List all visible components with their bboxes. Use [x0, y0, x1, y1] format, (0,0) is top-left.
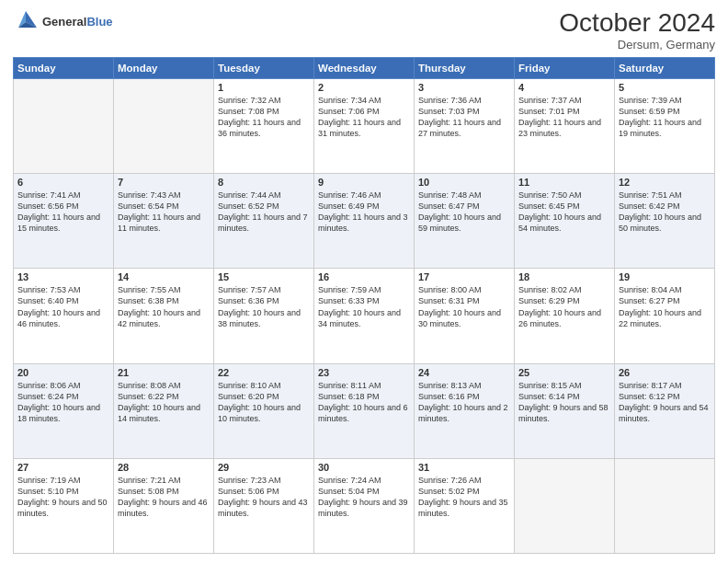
calendar-cell: 12Sunrise: 7:51 AMSunset: 6:42 PMDayligh… [615, 174, 715, 269]
cell-info: Sunrise: 8:04 AMSunset: 6:27 PMDaylight:… [619, 284, 711, 329]
cell-info: Sunrise: 7:41 AMSunset: 6:56 PMDaylight:… [17, 190, 109, 235]
day-number: 31 [418, 462, 510, 473]
cell-info: Sunrise: 7:34 AMSunset: 7:06 PMDaylight:… [318, 95, 410, 140]
day-number: 8 [218, 177, 310, 188]
cell-info: Sunrise: 7:26 AMSunset: 5:02 PMDaylight:… [418, 475, 510, 520]
calendar-cell: 19Sunrise: 8:04 AMSunset: 6:27 PMDayligh… [615, 269, 715, 363]
day-number: 22 [218, 367, 310, 378]
cell-info: Sunrise: 8:11 AMSunset: 6:18 PMDaylight:… [318, 380, 410, 425]
calendar-week-row: 13Sunrise: 7:53 AMSunset: 6:40 PMDayligh… [14, 269, 715, 363]
calendar-week-row: 20Sunrise: 8:06 AMSunset: 6:24 PMDayligh… [14, 363, 715, 458]
cell-info: Sunrise: 8:00 AMSunset: 6:31 PMDaylight:… [418, 284, 510, 329]
header: GeneralBlue October 2024 Dersum, Germany [13, 9, 715, 52]
calendar-cell: 17Sunrise: 8:00 AMSunset: 6:31 PMDayligh… [415, 269, 515, 363]
cell-info: Sunrise: 8:08 AMSunset: 6:22 PMDaylight:… [118, 380, 210, 425]
calendar-cell: 2Sunrise: 7:34 AMSunset: 7:06 PMDaylight… [314, 78, 415, 173]
day-number: 26 [619, 367, 711, 378]
calendar-cell: 9Sunrise: 7:46 AMSunset: 6:49 PMDaylight… [314, 174, 415, 269]
day-number: 13 [17, 271, 109, 282]
calendar-cell: 20Sunrise: 8:06 AMSunset: 6:24 PMDayligh… [14, 363, 114, 458]
day-number: 29 [218, 462, 310, 473]
calendar-week-row: 27Sunrise: 7:19 AMSunset: 5:10 PMDayligh… [14, 458, 715, 553]
calendar-cell: 5Sunrise: 7:39 AMSunset: 6:59 PMDaylight… [615, 78, 715, 173]
day-number: 14 [118, 271, 210, 282]
day-number: 23 [318, 367, 410, 378]
day-number: 5 [619, 82, 711, 93]
logo-text: GeneralBlue [42, 15, 113, 29]
calendar-cell: 29Sunrise: 7:23 AMSunset: 5:06 PMDayligh… [214, 458, 314, 553]
cell-info: Sunrise: 7:48 AMSunset: 6:47 PMDaylight:… [418, 190, 510, 235]
day-number: 1 [218, 82, 310, 93]
day-header-wednesday: Wednesday [314, 57, 415, 78]
day-number: 3 [418, 82, 510, 93]
calendar-header-row: SundayMondayTuesdayWednesdayThursdayFrid… [14, 57, 715, 78]
day-header-sunday: Sunday [14, 57, 114, 78]
day-number: 15 [218, 271, 310, 282]
calendar-cell: 6Sunrise: 7:41 AMSunset: 6:56 PMDaylight… [14, 174, 114, 269]
day-number: 17 [418, 271, 510, 282]
calendar-cell: 3Sunrise: 7:36 AMSunset: 7:03 PMDaylight… [415, 78, 515, 173]
cell-info: Sunrise: 7:53 AMSunset: 6:40 PMDaylight:… [17, 284, 109, 329]
day-number: 18 [518, 271, 610, 282]
day-number: 11 [518, 177, 610, 188]
day-number: 2 [318, 82, 410, 93]
calendar-cell: 27Sunrise: 7:19 AMSunset: 5:10 PMDayligh… [14, 458, 114, 553]
calendar-week-row: 6Sunrise: 7:41 AMSunset: 6:56 PMDaylight… [14, 174, 715, 269]
day-number: 24 [418, 367, 510, 378]
calendar-cell [515, 458, 615, 553]
calendar-cell: 13Sunrise: 7:53 AMSunset: 6:40 PMDayligh… [14, 269, 114, 363]
day-number: 10 [418, 177, 510, 188]
cell-info: Sunrise: 7:55 AMSunset: 6:38 PMDaylight:… [118, 284, 210, 329]
day-number: 19 [619, 271, 711, 282]
calendar-cell: 18Sunrise: 8:02 AMSunset: 6:29 PMDayligh… [515, 269, 615, 363]
calendar-cell: 23Sunrise: 8:11 AMSunset: 6:18 PMDayligh… [314, 363, 415, 458]
day-number: 28 [118, 462, 210, 473]
cell-info: Sunrise: 8:02 AMSunset: 6:29 PMDaylight:… [518, 284, 610, 329]
calendar: SundayMondayTuesdayWednesdayThursdayFrid… [13, 57, 715, 554]
cell-info: Sunrise: 8:17 AMSunset: 6:12 PMDaylight:… [619, 380, 711, 425]
day-number: 12 [619, 177, 711, 188]
cell-info: Sunrise: 7:44 AMSunset: 6:52 PMDaylight:… [218, 190, 310, 235]
calendar-cell: 24Sunrise: 8:13 AMSunset: 6:16 PMDayligh… [415, 363, 515, 458]
calendar-cell: 28Sunrise: 7:21 AMSunset: 5:08 PMDayligh… [114, 458, 214, 553]
day-number: 20 [17, 367, 109, 378]
day-number: 16 [318, 271, 410, 282]
cell-info: Sunrise: 7:36 AMSunset: 7:03 PMDaylight:… [418, 95, 510, 140]
calendar-cell: 14Sunrise: 7:55 AMSunset: 6:38 PMDayligh… [114, 269, 214, 363]
day-header-monday: Monday [114, 57, 214, 78]
calendar-cell: 7Sunrise: 7:43 AMSunset: 6:54 PMDaylight… [114, 174, 214, 269]
location: Dersum, Germany [559, 38, 715, 52]
cell-info: Sunrise: 7:59 AMSunset: 6:33 PMDaylight:… [318, 284, 410, 329]
logo: GeneralBlue [13, 9, 113, 35]
calendar-cell: 4Sunrise: 7:37 AMSunset: 7:01 PMDaylight… [515, 78, 615, 173]
cell-info: Sunrise: 7:51 AMSunset: 6:42 PMDaylight:… [619, 190, 711, 235]
calendar-cell: 25Sunrise: 8:15 AMSunset: 6:14 PMDayligh… [515, 363, 615, 458]
calendar-cell: 8Sunrise: 7:44 AMSunset: 6:52 PMDaylight… [214, 174, 314, 269]
calendar-cell: 22Sunrise: 8:10 AMSunset: 6:20 PMDayligh… [214, 363, 314, 458]
logo-icon [13, 9, 39, 35]
day-header-tuesday: Tuesday [214, 57, 314, 78]
cell-info: Sunrise: 8:13 AMSunset: 6:16 PMDaylight:… [418, 380, 510, 425]
cell-info: Sunrise: 7:32 AMSunset: 7:08 PMDaylight:… [218, 95, 310, 140]
cell-info: Sunrise: 7:46 AMSunset: 6:49 PMDaylight:… [318, 190, 410, 235]
calendar-cell: 26Sunrise: 8:17 AMSunset: 6:12 PMDayligh… [615, 363, 715, 458]
calendar-cell [615, 458, 715, 553]
cell-info: Sunrise: 7:37 AMSunset: 7:01 PMDaylight:… [518, 95, 610, 140]
calendar-cell: 16Sunrise: 7:59 AMSunset: 6:33 PMDayligh… [314, 269, 415, 363]
calendar-cell: 10Sunrise: 7:48 AMSunset: 6:47 PMDayligh… [415, 174, 515, 269]
cell-info: Sunrise: 8:15 AMSunset: 6:14 PMDaylight:… [518, 380, 610, 425]
calendar-cell: 11Sunrise: 7:50 AMSunset: 6:45 PMDayligh… [515, 174, 615, 269]
day-header-saturday: Saturday [615, 57, 715, 78]
day-number: 7 [118, 177, 210, 188]
day-header-thursday: Thursday [415, 57, 515, 78]
calendar-cell: 31Sunrise: 7:26 AMSunset: 5:02 PMDayligh… [415, 458, 515, 553]
day-number: 6 [17, 177, 109, 188]
month-year: October 2024 [559, 9, 715, 38]
calendar-cell [14, 78, 114, 173]
cell-info: Sunrise: 8:10 AMSunset: 6:20 PMDaylight:… [218, 380, 310, 425]
day-number: 9 [318, 177, 410, 188]
day-number: 27 [17, 462, 109, 473]
cell-info: Sunrise: 7:57 AMSunset: 6:36 PMDaylight:… [218, 284, 310, 329]
page: GeneralBlue October 2024 Dersum, Germany… [0, 0, 728, 563]
calendar-cell: 21Sunrise: 8:08 AMSunset: 6:22 PMDayligh… [114, 363, 214, 458]
